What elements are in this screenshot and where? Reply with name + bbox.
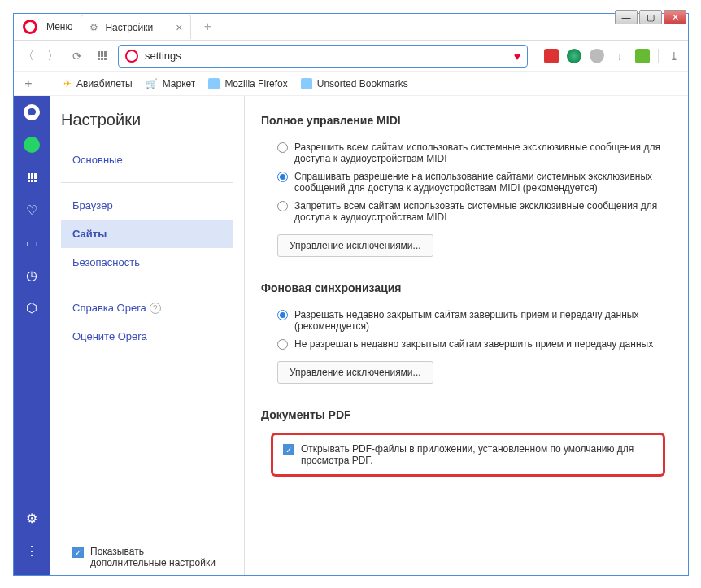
gear-icon: ⚙: [89, 22, 98, 33]
separator: [658, 49, 659, 63]
main-area: ♡ ▭ ◷ ⬡ ⚙ ⋮ Настройки Основные Браузер С…: [14, 96, 688, 575]
sync-block-radio[interactable]: Не разрешать недавно закрытым сайтам зав…: [261, 335, 672, 353]
radio-icon: [277, 339, 288, 350]
address-text[interactable]: settings: [145, 50, 507, 62]
savefrom-icon[interactable]: [635, 49, 650, 63]
downloads-button[interactable]: ⤓: [667, 49, 681, 63]
bookmarks-rail-icon[interactable]: ♡: [24, 202, 40, 218]
add-bookmark-icon[interactable]: +: [20, 76, 37, 91]
radio-icon: [277, 172, 288, 182]
pdf-checkbox[interactable]: ✓: [283, 444, 294, 455]
tab-close-icon[interactable]: ×: [176, 21, 182, 34]
section-midi: Полное управление MIDI Разрешить всем са…: [261, 114, 672, 257]
divider: [61, 285, 233, 285]
radio-icon: [277, 142, 288, 153]
radio-label: Не разрешать недавно закрытым сайтам зав…: [294, 338, 672, 350]
folder-icon: [208, 78, 220, 89]
address-row: 〈 〉 ⟳ settings ♥ ↓ ⤓: [14, 41, 688, 72]
tab-settings[interactable]: ⚙ Настройки ×: [81, 15, 191, 39]
bookmark-mozilla[interactable]: Mozilla Firefox: [208, 78, 287, 89]
bookmark-market[interactable]: 🛒Маркет: [146, 78, 196, 89]
section-title: Документы PDF: [261, 408, 672, 421]
pdf-label: Открывать PDF-файлы в приложении, устано…: [301, 443, 653, 466]
tab-strip: Меню ⚙ Настройки × +: [14, 14, 688, 41]
nav-sites[interactable]: Сайты: [61, 220, 233, 248]
plane-icon: ✈: [63, 78, 72, 89]
radio-label: Спрашивать разрешение на использование с…: [294, 171, 672, 194]
tab-title: Настройки: [105, 22, 153, 33]
minimize-button[interactable]: —: [615, 10, 638, 24]
history-rail-icon[interactable]: ◷: [24, 267, 40, 283]
settings-nav: Настройки Основные Браузер Сайты Безопас…: [50, 96, 245, 575]
forward-button[interactable]: 〉: [45, 48, 61, 64]
sync-allow-radio[interactable]: Разрешать недавно закрытым сайтам заверш…: [261, 306, 672, 335]
speed-dial-rail-icon[interactable]: [24, 169, 40, 185]
speed-dial-icon[interactable]: [94, 48, 110, 64]
download-icon[interactable]: ↓: [612, 49, 627, 63]
extensions-rail-icon[interactable]: ⬡: [24, 299, 40, 316]
nav-browser[interactable]: Браузер: [61, 191, 233, 220]
page-title: Настройки: [61, 111, 233, 129]
maximize-button[interactable]: ▢: [639, 10, 662, 24]
collapse-rail-icon[interactable]: ⋮: [24, 542, 40, 559]
cart-icon: 🛒: [146, 78, 158, 89]
radio-label: Запретить всем сайтам использовать систе…: [294, 200, 672, 223]
advanced-label: Показывать дополнительные настройки: [90, 546, 221, 568]
bookmark-bar: + ✈Авиабилеты 🛒Маркет Mozilla Firefox Un…: [14, 72, 688, 96]
midi-block-radio[interactable]: Запретить всем сайтам использовать систе…: [261, 197, 672, 226]
whatsapp-icon[interactable]: [24, 137, 40, 153]
bookmark-label: Mozilla Firefox: [224, 78, 287, 89]
settings-rail-icon[interactable]: ⚙: [24, 510, 40, 526]
nav-help[interactable]: Справка Opera?: [61, 294, 233, 322]
section-pdf: Документы PDF ✓ Открывать PDF-файлы в пр…: [261, 408, 672, 477]
radio-icon: [277, 201, 288, 211]
adblock-icon[interactable]: [544, 49, 559, 63]
address-bar[interactable]: settings ♥: [118, 45, 528, 68]
bookmark-label: Unsorted Bookmarks: [317, 78, 408, 89]
radio-label: Разрешить всем сайтам использовать систе…: [294, 142, 672, 164]
shield-icon[interactable]: [590, 49, 604, 63]
extension-icon[interactable]: [567, 49, 581, 63]
radio-label: Разрешать недавно закрытым сайтам заверш…: [294, 309, 672, 332]
close-button[interactable]: ✕: [664, 10, 686, 24]
midi-allow-radio[interactable]: Разрешить всем сайтам использовать систе…: [261, 138, 672, 168]
midi-ask-radio[interactable]: Спрашивать разрешение на использование с…: [261, 168, 672, 197]
new-tab-button[interactable]: +: [198, 17, 217, 37]
bookmark-label: Авиабилеты: [76, 78, 133, 89]
bookmark-label: Маркет: [163, 78, 196, 89]
midi-exceptions-button[interactable]: Управление исключениями...: [277, 234, 433, 257]
help-icon: ?: [150, 303, 161, 314]
menu-button[interactable]: Меню: [46, 21, 72, 33]
radio-icon: [277, 310, 288, 320]
nav-security[interactable]: Безопасность: [61, 248, 233, 277]
news-rail-icon[interactable]: ▭: [24, 234, 40, 250]
messenger-icon[interactable]: [24, 104, 40, 120]
folder-icon: [301, 78, 312, 89]
side-rail: ♡ ▭ ◷ ⬡ ⚙ ⋮: [14, 96, 50, 575]
section-sync: Фоновая синхронизация Разрешать недавно …: [261, 281, 672, 384]
window-controls: — ▢ ✕: [615, 10, 686, 24]
bookmark-unsorted[interactable]: Unsorted Bookmarks: [301, 78, 408, 89]
back-button[interactable]: 〈: [20, 48, 37, 64]
advanced-settings-checkbox[interactable]: ✓ Показывать дополнительные настройки: [61, 546, 233, 568]
section-title: Фоновая синхронизация: [261, 281, 672, 294]
section-title: Полное управление MIDI: [261, 114, 672, 127]
opera-favicon: [125, 50, 138, 63]
checkbox-icon: ✓: [72, 547, 84, 558]
nav-basic[interactable]: Основные: [61, 146, 233, 174]
nav-rate[interactable]: Оцените Opera: [61, 322, 233, 351]
reload-button[interactable]: ⟳: [69, 48, 85, 64]
opera-logo-icon[interactable]: [19, 15, 41, 38]
bookmark-heart-icon[interactable]: ♥: [514, 50, 520, 63]
separator: [50, 76, 50, 91]
extensions-row: ↓ ⤓: [544, 49, 681, 63]
divider: [61, 182, 233, 183]
bookmark-aviabilety[interactable]: ✈Авиабилеты: [63, 78, 133, 89]
pdf-highlight-box: ✓ Открывать PDF-файлы в приложении, уста…: [271, 433, 665, 477]
settings-content: Полное управление MIDI Разрешить всем са…: [245, 96, 688, 575]
sync-exceptions-button[interactable]: Управление исключениями...: [277, 361, 433, 384]
